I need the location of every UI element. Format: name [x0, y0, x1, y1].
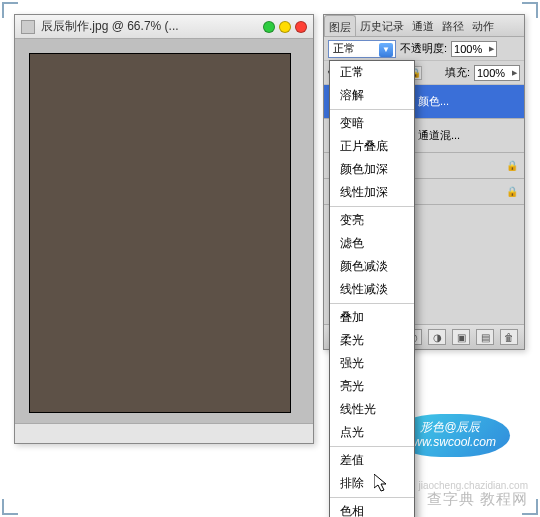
opacity-input[interactable]: 100% ▶ — [451, 41, 497, 57]
blend-mode-value: 正常 — [333, 41, 355, 56]
blend-option[interactable]: 正片叠底 — [330, 135, 414, 158]
new-layer-icon[interactable]: ▤ — [476, 329, 494, 345]
adjustment-icon[interactable]: ◑ — [428, 329, 446, 345]
blend-option[interactable]: 变暗 — [330, 112, 414, 135]
blend-mode-dropdown[interactable]: 正常溶解变暗正片叠底颜色加深线性加深变亮滤色颜色减淡线性减淡叠加柔光强光亮光线性… — [329, 60, 415, 517]
layer-name: 颜色... — [418, 94, 518, 109]
folder-icon[interactable]: ▣ — [452, 329, 470, 345]
blend-option[interactable]: 色相 — [330, 500, 414, 517]
blend-option[interactable]: 变亮 — [330, 209, 414, 232]
tab-actions[interactable]: 动作 — [468, 15, 498, 36]
blend-option[interactable]: 线性加深 — [330, 181, 414, 204]
watermark-site: 查字典 教程网 — [427, 490, 528, 509]
blend-option[interactable]: 线性光 — [330, 398, 414, 421]
opacity-value: 100% — [454, 43, 482, 55]
opacity-label: 不透明度: — [400, 41, 447, 56]
blend-row: 正常 ▼ 不透明度: 100% ▶ — [324, 37, 524, 61]
document-icon — [21, 20, 35, 34]
menu-separator — [330, 446, 414, 447]
canvas[interactable] — [29, 53, 291, 413]
menu-separator — [330, 497, 414, 498]
fill-input[interactable]: 100% ▶ — [474, 65, 520, 81]
layer-name: 通道混... — [418, 128, 518, 143]
fill-label: 填充: — [445, 65, 470, 80]
close-button[interactable] — [295, 21, 307, 33]
chevron-right-icon: ▶ — [512, 69, 517, 77]
trash-icon[interactable]: 🗑 — [500, 329, 518, 345]
blend-option[interactable]: 滤色 — [330, 232, 414, 255]
minimize-button[interactable] — [263, 21, 275, 33]
panel-tabs: 图层 历史记录 通道 路径 动作 — [324, 15, 524, 37]
blend-option[interactable]: 溶解 — [330, 84, 414, 107]
status-bar — [15, 423, 313, 443]
blend-option[interactable]: 颜色加深 — [330, 158, 414, 181]
blend-option[interactable]: 叠加 — [330, 306, 414, 329]
blend-option[interactable]: 点光 — [330, 421, 414, 444]
blend-option[interactable]: 线性减淡 — [330, 278, 414, 301]
tab-history[interactable]: 历史记录 — [356, 15, 408, 36]
canvas-area[interactable] — [15, 39, 313, 423]
dropdown-arrow-icon: ▼ — [379, 43, 393, 57]
blend-option[interactable]: 亮光 — [330, 375, 414, 398]
blend-mode-select[interactable]: 正常 ▼ — [328, 40, 396, 58]
maximize-button[interactable] — [279, 21, 291, 33]
watermark-line1: 形色@辰辰 — [405, 420, 496, 436]
blend-option[interactable]: 柔光 — [330, 329, 414, 352]
blend-option[interactable]: 差值 — [330, 449, 414, 472]
watermark-line2: www.swcool.com — [405, 435, 496, 451]
blend-option[interactable]: 正常 — [330, 61, 414, 84]
fill-value: 100% — [477, 67, 505, 79]
lock-icon: 🔒 — [506, 186, 518, 197]
frame-corner — [2, 499, 18, 515]
menu-separator — [330, 206, 414, 207]
tab-paths[interactable]: 路径 — [438, 15, 468, 36]
tab-layers[interactable]: 图层 — [324, 15, 356, 36]
menu-separator — [330, 109, 414, 110]
blend-option[interactable]: 颜色减淡 — [330, 255, 414, 278]
menu-separator — [330, 303, 414, 304]
tab-channels[interactable]: 通道 — [408, 15, 438, 36]
window-controls — [263, 21, 307, 33]
document-title: 辰辰制作.jpg @ 66.7% (... — [41, 18, 257, 35]
chevron-right-icon: ▶ — [489, 45, 494, 53]
blend-option[interactable]: 强光 — [330, 352, 414, 375]
document-titlebar[interactable]: 辰辰制作.jpg @ 66.7% (... — [15, 15, 313, 39]
document-window: 辰辰制作.jpg @ 66.7% (... — [14, 14, 314, 444]
blend-option[interactable]: 排除 — [330, 472, 414, 495]
lock-icon: 🔒 — [506, 160, 518, 171]
